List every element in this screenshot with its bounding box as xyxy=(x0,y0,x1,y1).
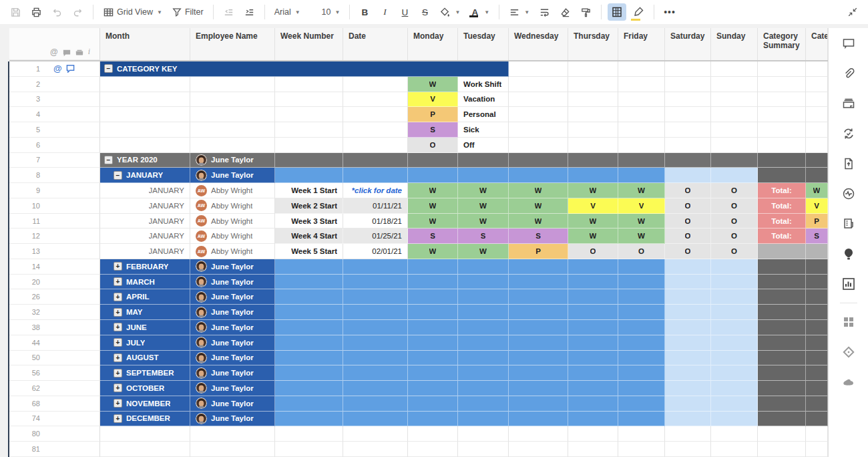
align-button[interactable]: ▼ xyxy=(505,4,533,21)
chart-widget-icon[interactable] xyxy=(841,277,856,291)
cell-empty[interactable] xyxy=(408,275,458,290)
cell-empty[interactable] xyxy=(758,153,806,168)
cell-empty[interactable] xyxy=(758,335,806,351)
cell-empty[interactable] xyxy=(806,365,828,381)
cell-day-friday[interactable]: W xyxy=(618,228,665,244)
cell-empty[interactable] xyxy=(343,122,408,138)
cell-key-code[interactable]: W xyxy=(408,77,458,92)
cell-empty[interactable] xyxy=(568,335,618,351)
cell-empty[interactable] xyxy=(275,381,343,396)
cell-employee[interactable]: June Taylor xyxy=(190,396,275,412)
expand-row-icon[interactable]: + xyxy=(114,262,122,271)
cell-empty[interactable] xyxy=(568,381,618,396)
collapse-row-icon[interactable]: − xyxy=(104,156,113,164)
cell-empty[interactable] xyxy=(806,259,828,275)
cell-empty[interactable] xyxy=(509,396,568,412)
cell-day-sunday[interactable]: O xyxy=(711,214,758,229)
undo-button[interactable] xyxy=(48,4,66,21)
cell-empty[interactable] xyxy=(665,61,711,77)
cell-empty[interactable] xyxy=(758,244,806,259)
cell-empty[interactable] xyxy=(618,365,665,381)
cell-empty[interactable] xyxy=(275,412,343,427)
cell-empty[interactable] xyxy=(711,77,758,92)
cell-empty[interactable] xyxy=(806,153,828,168)
sheet-summary-icon[interactable] xyxy=(841,216,856,231)
cell-empty[interactable] xyxy=(190,138,275,153)
cell-day-thursday[interactable]: W xyxy=(568,214,618,229)
cell-month-banner[interactable]: +NOVEMBER xyxy=(100,396,190,412)
cell-empty[interactable] xyxy=(618,381,665,396)
cell-week-number[interactable]: Week 3 Start xyxy=(275,214,343,229)
wrap-text-button[interactable] xyxy=(535,4,554,21)
cell-total[interactable]: Total: xyxy=(758,228,806,244)
cell-empty[interactable] xyxy=(806,61,828,77)
cell-empty[interactable] xyxy=(343,335,408,351)
cell-empty[interactable] xyxy=(618,107,665,122)
cell-employee[interactable]: AWAbby Wright xyxy=(190,244,275,259)
highlight-button[interactable] xyxy=(629,3,648,21)
cell-empty[interactable] xyxy=(458,412,509,427)
cell-day-sunday[interactable]: O xyxy=(711,244,758,259)
collapse-toolbar-button[interactable] xyxy=(844,4,861,20)
cell-empty[interactable] xyxy=(408,365,458,381)
column-header-saturday[interactable]: Saturday xyxy=(665,28,711,60)
cell-key-code[interactable]: O xyxy=(408,138,458,153)
cell-empty[interactable] xyxy=(408,168,458,183)
cell-empty[interactable] xyxy=(100,107,190,122)
cell-empty[interactable] xyxy=(275,289,343,305)
cell-empty[interactable] xyxy=(618,289,665,305)
cell-month[interactable]: JANUARY xyxy=(100,183,190,198)
font-family-selector[interactable]: Arial ▼ xyxy=(271,5,304,19)
cell-empty[interactable] xyxy=(665,107,711,122)
cell-key-code[interactable]: P xyxy=(408,107,458,122)
outdent-button[interactable] xyxy=(220,4,238,21)
attachment-column-icon[interactable] xyxy=(75,49,83,57)
expand-row-icon[interactable]: + xyxy=(114,293,122,301)
cell-day-thursday[interactable]: V xyxy=(568,198,618,214)
cell-category-summary[interactable]: S xyxy=(806,228,828,244)
cell-empty[interactable] xyxy=(408,305,458,320)
cell-empty[interactable] xyxy=(568,305,618,320)
cell-day-friday[interactable]: V xyxy=(618,198,665,214)
cell-empty[interactable] xyxy=(568,412,618,427)
cell-empty[interactable] xyxy=(458,335,509,351)
cell-day-friday[interactable]: W xyxy=(618,183,665,198)
cell-day-friday[interactable]: W xyxy=(618,214,665,229)
cell-empty[interactable] xyxy=(509,259,568,275)
cell-empty[interactable] xyxy=(711,381,758,396)
cell-empty[interactable] xyxy=(408,412,458,427)
cell-day-monday[interactable]: W xyxy=(408,198,458,214)
cell-empty[interactable] xyxy=(758,381,806,396)
cell-empty[interactable] xyxy=(806,244,828,259)
row-number[interactable]: 7 xyxy=(9,156,40,164)
cell-employee[interactable]: June Taylor xyxy=(190,275,275,290)
cell-empty[interactable] xyxy=(665,77,711,92)
cell-employee[interactable]: AWAbby Wright xyxy=(190,228,275,244)
diamond-app-icon[interactable] xyxy=(841,345,856,359)
cell-empty[interactable] xyxy=(665,138,711,153)
cell-empty[interactable] xyxy=(408,320,458,335)
cell-empty[interactable] xyxy=(275,442,343,457)
cell-empty[interactable] xyxy=(275,396,343,412)
cell-empty[interactable] xyxy=(711,442,758,457)
collapse-row-icon[interactable]: − xyxy=(104,64,113,73)
cell-empty[interactable] xyxy=(568,320,618,335)
column-header-categ[interactable]: Categ xyxy=(806,28,828,60)
blob-app-icon[interactable] xyxy=(841,375,856,390)
cell-empty[interactable] xyxy=(568,122,618,138)
cell-empty[interactable] xyxy=(568,442,618,457)
row-number[interactable]: 11 xyxy=(9,217,40,225)
column-header-thursday[interactable]: Thursday xyxy=(568,28,618,60)
conversations-icon[interactable] xyxy=(841,36,856,51)
column-header-category-summary[interactable]: Category Summary xyxy=(758,28,806,60)
cell-empty[interactable] xyxy=(665,92,711,108)
cell-empty[interactable] xyxy=(568,138,618,153)
cell-empty[interactable] xyxy=(711,305,758,320)
cell-empty[interactable] xyxy=(618,305,665,320)
row-number[interactable]: 62 xyxy=(9,384,40,392)
cell-empty[interactable] xyxy=(190,77,275,92)
cell-month-banner[interactable]: +DECEMBER xyxy=(100,412,190,427)
cell-empty[interactable] xyxy=(275,351,343,366)
cell-empty[interactable] xyxy=(758,275,806,290)
cell-empty[interactable] xyxy=(100,122,190,138)
